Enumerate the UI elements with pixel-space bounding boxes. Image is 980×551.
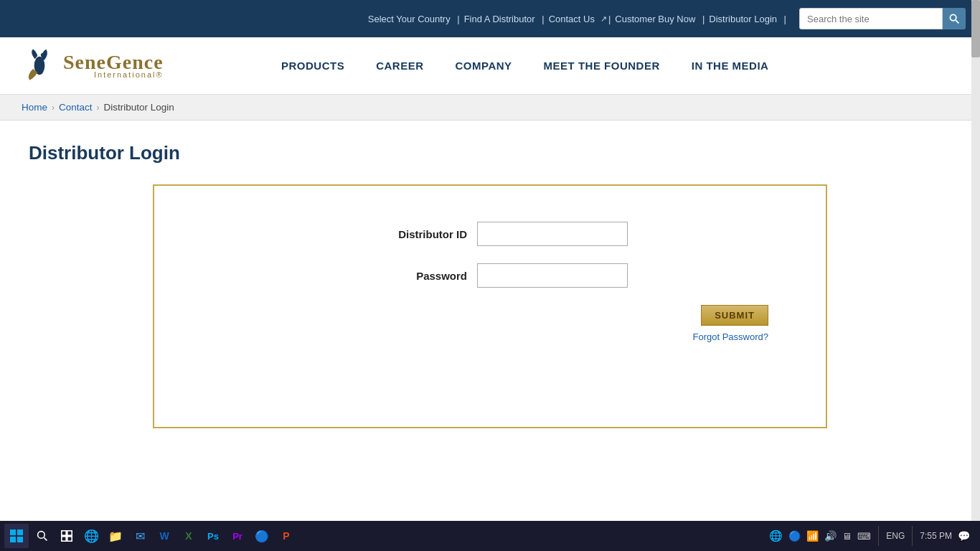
taskbar-search[interactable] [32,525,53,547]
search-icon [37,530,48,542]
forgot-password-link[interactable]: Forgot Password? [693,331,769,342]
taskbar: 🌐 📁 ✉ W X Ps Pr 🔵 P 🌐 🔵 📶 🔊 🖥 ⌨ ENG 7:55… [0,521,980,551]
breadcrumb-sep-1: › [52,103,55,113]
find-distributor-link[interactable]: Find A Distributor [460,14,540,24]
svg-point-8 [38,532,45,539]
taskbar-separator-2 [912,526,913,546]
taskbar-excel[interactable]: X [178,525,199,547]
search-wrap [799,8,966,29]
taskbar-task-view[interactable] [56,525,77,547]
taskbar-chrome[interactable]: 🔵 [251,525,273,547]
taskbar-notification-icon[interactable]: 💬 [958,530,970,542]
taskbar-keyboard-icon: ⌨ [857,531,871,542]
sep-5: | [781,14,786,24]
taskbar-premiere[interactable]: Pr [227,525,248,547]
taskbar-explorer[interactable]: 📁 [105,525,126,547]
logo-bird-icon [22,46,57,85]
windows-icon [10,529,23,542]
password-input[interactable] [477,263,628,288]
page-title: Distributor Login [29,142,951,164]
sep-2: | [540,14,545,24]
taskbar-bluetooth-icon: 🔵 [788,530,801,542]
nav-career[interactable]: CAREER [360,37,439,95]
distributor-id-input[interactable] [477,222,628,246]
breadcrumb: Home › Contact › Distributor Login [0,95,980,121]
breadcrumb-home[interactable]: Home [22,102,47,113]
distributor-id-label: Distributor ID [352,228,467,240]
main-content: Distributor Login Distributor ID Passwor… [0,121,980,457]
svg-rect-7 [17,537,23,542]
scrollbar-thumb[interactable] [971,0,980,57]
start-button[interactable] [4,524,29,548]
taskbar-powerpoint[interactable]: P [275,525,297,547]
password-label: Password [352,270,467,282]
contact-us-link[interactable]: Contact Us [545,14,599,24]
taskbar-language[interactable]: ENG [886,531,905,541]
select-country-link[interactable]: Select Your Country [364,14,455,24]
svg-line-9 [44,537,47,540]
scrollbar[interactable] [971,0,980,551]
taskbar-separator [878,526,879,546]
svg-rect-4 [10,529,16,535]
logo-wrap[interactable]: SeneGence International® [22,46,222,85]
main-nav: PRODUCTS CAREER COMPANY MEET THE FOUNDER… [265,37,784,95]
svg-rect-10 [62,531,66,535]
top-links: Select Your Country | Find A Distributor… [364,14,786,24]
taskbar-display-icon: 🖥 [842,531,852,542]
search-input[interactable] [799,8,943,29]
top-bar: Select Your Country | Find A Distributor… [0,0,980,37]
svg-point-0 [950,14,956,20]
svg-rect-11 [67,531,72,535]
login-box: Distributor ID Password SUBMIT Forgot Pa… [153,184,827,428]
password-row: Password [212,263,768,288]
logo-brand: SeneGence [63,52,164,72]
taskbar-edge[interactable]: 🌐 [80,525,102,547]
svg-point-3 [41,53,44,57]
header: SeneGence International® PRODUCTS CAREER… [0,37,980,95]
svg-rect-6 [10,537,16,542]
svg-rect-13 [67,537,72,541]
svg-rect-5 [17,529,23,535]
search-icon [949,14,959,24]
logo-text: SeneGence International® [63,52,164,79]
breadcrumb-contact[interactable]: Contact [59,102,93,113]
distributor-id-row: Distributor ID [212,222,768,246]
search-button[interactable] [943,8,966,29]
taskbar-right: 🌐 🔵 📶 🔊 🖥 ⌨ ENG 7:55 PM 💬 [769,526,976,546]
taskbar-wifi-icon: 📶 [806,530,819,542]
svg-line-1 [956,20,958,23]
task-view-icon [61,530,72,542]
nav-meet-founder[interactable]: MEET THE FOUNDER [528,37,676,95]
nav-in-media[interactable]: IN THE MEDIA [676,37,785,95]
taskbar-photoshop[interactable]: Ps [202,525,224,547]
form-actions: SUBMIT Forgot Password? [336,305,768,342]
taskbar-clock: 7:55 PM [920,531,952,541]
submit-button[interactable]: SUBMIT [701,305,768,326]
customer-buy-link[interactable]: Customer Buy Now [611,14,699,24]
distributor-login-link[interactable]: Distributor Login [705,14,781,24]
taskbar-word[interactable]: W [154,525,175,547]
breadcrumb-current: Distributor Login [104,102,174,113]
nav-products[interactable]: PRODUCTS [265,37,360,95]
breadcrumb-sep-2: › [97,103,100,113]
sep-1: | [455,14,460,24]
nav-company[interactable]: COMPANY [440,37,528,95]
svg-rect-12 [62,537,66,541]
external-icon: ↗ [600,14,607,24]
taskbar-mail[interactable]: ✉ [129,525,151,547]
logo-subtitle: International® [63,71,164,79]
sep-4: | [699,14,705,24]
taskbar-volume-icon[interactable]: 🔊 [824,530,837,542]
taskbar-chrome-icon: 🌐 [769,529,783,542]
